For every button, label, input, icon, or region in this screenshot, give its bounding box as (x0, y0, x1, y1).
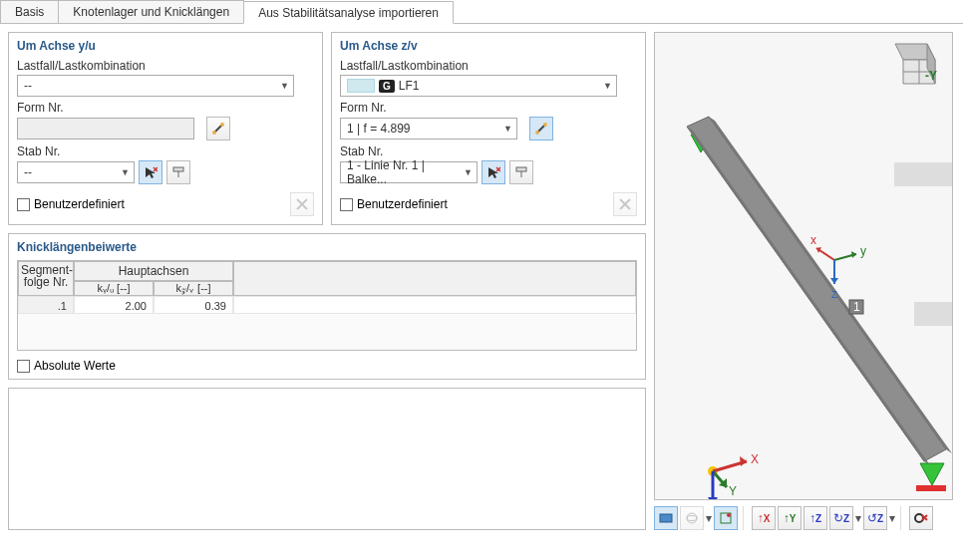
svg-marker-29 (920, 463, 944, 485)
panel-zv-title: Um Achse z/v (340, 39, 637, 53)
chevron-down-icon: ▼ (464, 167, 473, 177)
3d-viewport[interactable]: -Y (654, 32, 953, 500)
axis-y-lower: y (860, 244, 866, 258)
yu-form-show-button[interactable] (206, 117, 230, 140)
svg-rect-27 (914, 302, 953, 326)
panel-axis-zv: Um Achse z/v Lastfall/Lastkombination G … (331, 32, 646, 225)
toolbtn-display-mode[interactable] (654, 506, 678, 530)
zv-pick-cursor-button[interactable] (482, 160, 505, 184)
svg-marker-47 (708, 497, 718, 500)
panel-yu-title: Um Achse y/u (17, 39, 314, 53)
dropdown-caret[interactable]: ▾ (889, 506, 895, 530)
load-case-color-swatch (347, 79, 375, 93)
dropdown-caret[interactable]: ▾ (706, 506, 712, 530)
svg-marker-13 (488, 167, 498, 178)
absolute-values-checkbox[interactable]: Absolute Werte (17, 359, 116, 373)
yu-load-value: -- (24, 79, 32, 93)
svg-marker-37 (851, 251, 856, 258)
axis-letter: Z (877, 513, 883, 524)
yu-form-select[interactable] (17, 118, 194, 140)
toolbtn-view-z-rot1[interactable]: ↻Z (829, 506, 853, 530)
yu-crossed-button[interactable] (290, 192, 314, 216)
cell-seg: .1 (18, 296, 74, 314)
zv-load-select[interactable]: G LF1 ▼ (340, 75, 617, 97)
zv-form-show-button[interactable] (529, 117, 553, 140)
toolbtn-view-y[interactable]: ↑Y (778, 506, 802, 530)
yu-member-button[interactable] (166, 160, 190, 184)
cursor-x-icon (144, 165, 158, 179)
yu-userdef-label: Benutzerdefiniert (34, 197, 125, 211)
load-type-badge: G (379, 80, 395, 93)
yu-load-label: Lastfall/Lastkombination (17, 59, 314, 73)
svg-rect-26 (894, 162, 953, 186)
tab-knotenlager[interactable]: Knotenlager und Knicklängen (58, 0, 244, 23)
zv-stab-select[interactable]: 1 - Linie Nr. 1 | Balke... ▼ (340, 161, 478, 183)
rotate-icon: ↻ (833, 511, 843, 525)
cell-rest (233, 296, 636, 314)
member-icon (171, 165, 185, 179)
svg-point-53 (915, 514, 923, 522)
zv-load-value: LF1 (399, 79, 420, 93)
svg-point-49 (687, 513, 697, 523)
dropdown-caret[interactable]: ▾ (855, 506, 861, 530)
tabs-bar: Basis Knotenlager und Knicklängen Aus St… (0, 0, 963, 24)
tab-basis[interactable]: Basis (0, 0, 59, 23)
toolbtn-view-x[interactable]: ↑X (752, 506, 776, 530)
chevron-down-icon: ▼ (503, 124, 512, 134)
cell-kzv: 0.39 (154, 296, 233, 314)
toolbtn-reset-view[interactable] (909, 506, 933, 530)
th-blank (233, 261, 636, 296)
toolbtn-view-z-rot2[interactable]: ↺Z (863, 506, 887, 530)
axis-letter: Z (843, 513, 849, 524)
zv-load-label: Lastfall/Lastkombination (340, 59, 637, 73)
svg-point-12 (543, 123, 547, 127)
cursor-x-icon (486, 165, 500, 179)
svg-marker-39 (830, 278, 838, 284)
model-render: x y z 1 X Y Z (655, 33, 953, 500)
zv-load-value-wrap: G LF1 (347, 79, 419, 93)
toolbtn-show-axes[interactable] (714, 506, 738, 530)
toolbtn-render[interactable] (680, 506, 704, 530)
panel-axis-yu: Um Achse y/u Lastfall/Lastkombination --… (8, 32, 323, 225)
tab-import-stability[interactable]: Aus Stabilitätsanalyse importieren (243, 1, 454, 24)
panel-knick-table: Knicklängenbeiwerte Segment- folge Nr. H… (8, 233, 646, 380)
bone-icon (534, 122, 548, 136)
axis-letter: Y (790, 513, 797, 524)
svg-point-11 (535, 131, 539, 135)
separator (743, 506, 747, 530)
toolbtn-view-z[interactable]: ↑Z (803, 506, 827, 530)
node-label: 1 (853, 300, 860, 314)
th-hauptachsen: Hauptachsen (74, 261, 233, 281)
zv-crossed-button[interactable] (613, 192, 637, 216)
panel-empty (8, 388, 646, 530)
svg-marker-43 (740, 456, 747, 466)
yu-userdef-checkbox[interactable]: Benutzerdefiniert (17, 197, 125, 211)
axis-letter: Z (815, 513, 821, 524)
table-title: Knicklängenbeiwerte (17, 240, 637, 254)
globe-icon (685, 511, 699, 525)
svg-point-52 (727, 513, 731, 517)
axis-z-lower: z (831, 287, 837, 301)
zv-userdef-checkbox[interactable]: Benutzerdefiniert (340, 197, 448, 211)
yu-load-select[interactable]: -- ▼ (17, 75, 294, 97)
viewport-toolbar: ▾ ↑X ↑Y ↑Z ↻Z ▾ ↺Z ▾ (654, 506, 953, 530)
separator (900, 506, 904, 530)
bone-icon (211, 122, 225, 136)
member-icon (514, 165, 528, 179)
axis-x: X (751, 452, 759, 466)
zv-stab-value: 1 - Linie Nr. 1 | Balke... (347, 158, 464, 186)
svg-point-2 (220, 123, 224, 127)
svg-point-1 (212, 131, 216, 135)
yu-pick-cursor-button[interactable] (139, 160, 162, 184)
reset-view-icon (914, 511, 928, 525)
chevron-down-icon: ▼ (121, 167, 130, 177)
display-icon (659, 511, 673, 525)
table-row[interactable]: .1 2.00 0.39 (18, 296, 636, 314)
svg-rect-6 (173, 167, 183, 171)
svg-rect-48 (660, 514, 672, 522)
zv-form-select[interactable]: 1 | f = 4.899 ▼ (340, 118, 517, 140)
absolute-values-label: Absolute Werte (34, 359, 116, 373)
yu-stab-select[interactable]: -- ▼ (17, 161, 135, 183)
axis-y: Y (729, 484, 737, 498)
zv-member-button[interactable] (509, 160, 533, 184)
